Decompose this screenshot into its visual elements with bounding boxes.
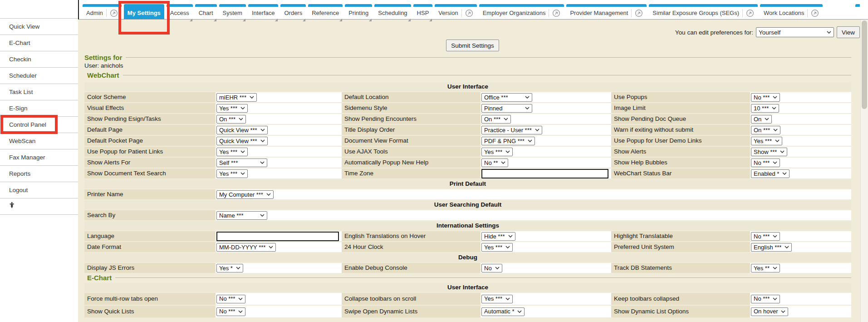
preferred-unit-system-select[interactable]: English *** bbox=[751, 243, 792, 252]
swipe-open-dynamic-lists-select[interactable]: Automatic * bbox=[481, 307, 525, 316]
default-pocket-page-select[interactable]: Quick View *** bbox=[216, 137, 268, 145]
sidebar-item-e-chart[interactable]: E-Chart bbox=[0, 35, 78, 51]
show-document-text-search-select[interactable]: Yes *** bbox=[216, 169, 248, 178]
sidebar-item-logout[interactable]: Logout bbox=[0, 182, 78, 198]
show-pending-doc-queue-select[interactable]: On bbox=[751, 115, 772, 124]
tab-system[interactable]: System bbox=[219, 4, 246, 19]
tab-printing[interactable]: Printing bbox=[345, 4, 372, 19]
tab-interface[interactable]: Interface bbox=[248, 4, 279, 19]
english-translations-on-hover-select[interactable]: Hide *** bbox=[481, 232, 515, 241]
enable-debug-console-select[interactable]: No bbox=[481, 264, 502, 272]
tab-orders[interactable]: Orders bbox=[280, 4, 306, 19]
time-zone-input[interactable] bbox=[481, 169, 608, 178]
sidebar-pin-row[interactable] bbox=[0, 198, 78, 215]
setting-label: Keep toolbars collapsed bbox=[611, 293, 750, 305]
highlight-translatable-select[interactable]: No *** bbox=[751, 232, 780, 241]
default-page-select[interactable]: Quick View *** bbox=[216, 126, 268, 134]
tab-employer-organizations[interactable]: Employer Organizations bbox=[479, 4, 564, 19]
edit-preferences-for-select[interactable]: Yourself bbox=[756, 27, 834, 37]
popout-icon[interactable] bbox=[807, 9, 819, 17]
default-location-select[interactable]: Office *** bbox=[481, 93, 532, 102]
view-button[interactable]: View bbox=[837, 26, 860, 38]
sidebar-item-e-sign[interactable]: E-Sign bbox=[0, 100, 78, 117]
chevron-down-icon bbox=[517, 310, 522, 313]
search-by-select[interactable]: Name *** bbox=[216, 211, 267, 220]
scrollbar-thumb[interactable] bbox=[862, 20, 867, 109]
sidebar-item-task-list[interactable]: Task List bbox=[0, 84, 78, 100]
setting-control-cell: Pinned bbox=[481, 103, 611, 113]
date-format-select[interactable]: MM-DD-YYYY *** bbox=[216, 243, 276, 252]
show-alerts-for-select[interactable]: Self *** bbox=[216, 159, 267, 167]
tab-version[interactable]: Version bbox=[435, 4, 476, 19]
tab-overflow-stub[interactable] bbox=[855, 4, 860, 19]
language-input[interactable] bbox=[216, 232, 339, 241]
chevron-down-icon bbox=[773, 267, 777, 269]
submit-settings-button[interactable]: Submit Settings bbox=[446, 40, 499, 51]
popout-icon[interactable] bbox=[742, 9, 754, 17]
popout-icon[interactable] bbox=[549, 9, 560, 17]
tab-label: System bbox=[223, 10, 242, 16]
setting-label: Time Zone bbox=[342, 168, 481, 178]
tab-admin[interactable]: Admin bbox=[83, 4, 122, 19]
use-popup-for-patient-links-select[interactable]: Yes *** bbox=[216, 148, 248, 156]
sidebar-item-scheduler[interactable]: Scheduler bbox=[0, 68, 78, 84]
visual-effects-select[interactable]: Yes *** bbox=[216, 104, 248, 113]
tab-access[interactable]: Access bbox=[167, 4, 193, 19]
popout-icon[interactable] bbox=[461, 9, 473, 17]
sidemenu-style-select[interactable]: Pinned bbox=[481, 104, 532, 113]
use-ajax-tools-select[interactable]: Yes *** bbox=[481, 148, 513, 156]
show-dynamic-list-options-select[interactable]: On hover bbox=[751, 307, 788, 316]
select-value: No *** bbox=[754, 233, 770, 240]
setting-control-cell: Show *** bbox=[750, 147, 851, 157]
show-help-bubbles-select[interactable]: No *** bbox=[751, 159, 780, 167]
use-popup-for-user-demo-links-select[interactable]: Yes *** bbox=[751, 137, 782, 145]
popout-icon[interactable] bbox=[631, 9, 643, 17]
show-pending-encounters-select[interactable]: On *** bbox=[481, 115, 511, 124]
tab-provider-management[interactable]: Provider Management bbox=[566, 4, 647, 19]
keep-toolbars-collapsed-select[interactable]: No *** bbox=[751, 295, 780, 303]
chevron-down-icon bbox=[501, 161, 505, 164]
tab-similar-exposure-groups-segs[interactable]: Similar Exposure Groups (SEGs) bbox=[649, 4, 758, 19]
setting-label: 24 Hour Clock bbox=[342, 242, 481, 252]
tab-reference[interactable]: Reference bbox=[308, 4, 343, 19]
select-value: Hide *** bbox=[484, 233, 505, 240]
chevron-down-icon bbox=[504, 118, 508, 120]
document-view-format-select[interactable]: PDF & PNG *** bbox=[481, 137, 535, 145]
chevron-down-icon bbox=[781, 310, 785, 313]
tab-hsp[interactable]: HSP bbox=[413, 4, 433, 19]
sidebar-item-reports[interactable]: Reports bbox=[0, 166, 78, 182]
sidebar-item-control-panel[interactable]: Control Panel bbox=[0, 117, 78, 133]
printer-name-select[interactable]: My Computer *** bbox=[216, 190, 274, 199]
setting-label: Printer Name bbox=[84, 189, 216, 199]
sidebar-item-fax-manager[interactable]: Fax Manager bbox=[0, 149, 78, 166]
tab-chart[interactable]: Chart bbox=[195, 4, 217, 19]
webchart-status-bar-select[interactable]: Enabled * bbox=[751, 169, 790, 178]
track-db-statements-select[interactable]: Yes ** bbox=[751, 264, 780, 272]
setting-control-cell: Yes *** bbox=[481, 293, 611, 305]
collapse-toolbars-on-scroll-select[interactable]: Yes *** bbox=[481, 295, 513, 303]
popout-icon[interactable] bbox=[106, 9, 118, 17]
warn-if-exiting-without-submit-select[interactable]: On *** bbox=[751, 126, 780, 134]
display-js-errors-select[interactable]: Yes * bbox=[216, 264, 243, 272]
tab-scheduling[interactable]: Scheduling bbox=[374, 4, 411, 19]
show-quick-lists-select[interactable]: No *** bbox=[216, 307, 245, 316]
vertical-scrollbar[interactable] bbox=[860, 20, 868, 322]
automatically-popup-new-help-select[interactable]: No ** bbox=[481, 159, 508, 167]
show-alerts-select[interactable]: Show *** bbox=[751, 148, 787, 156]
sidebar-item-checkin[interactable]: Checkin bbox=[0, 51, 78, 68]
chevron-down-icon bbox=[505, 150, 510, 153]
24-hour-clock-select[interactable]: Yes *** bbox=[481, 243, 513, 252]
title-display-order-select[interactable]: Practice - User *** bbox=[481, 126, 542, 134]
pushpin-icon[interactable] bbox=[9, 198, 15, 214]
image-limit-select[interactable]: 10 *** bbox=[751, 104, 779, 113]
sidebar-item-webscan[interactable]: WebScan bbox=[0, 133, 78, 149]
tab-work-locations[interactable]: Work Locations bbox=[760, 4, 823, 19]
show-pending-esign-tasks-select[interactable]: On *** bbox=[216, 115, 246, 124]
tab-my-settings[interactable]: My Settings bbox=[124, 4, 164, 19]
select-value: Yes ** bbox=[754, 265, 770, 272]
sidebar-item-quick-view[interactable]: Quick View bbox=[0, 19, 78, 35]
use-popups-select[interactable]: No *** bbox=[751, 93, 780, 102]
color-scheme-select[interactable]: miEHR *** bbox=[216, 93, 257, 102]
force-multi-row-tabs-open-select[interactable]: No *** bbox=[216, 295, 245, 303]
chevron-down-icon bbox=[266, 193, 271, 196]
